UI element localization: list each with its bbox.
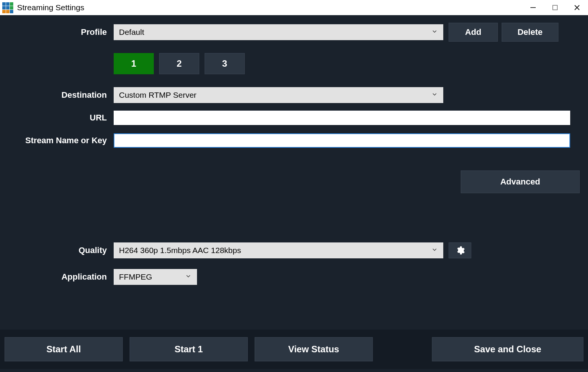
quality-select[interactable]: H264 360p 1.5mbps AAC 128kbps [114,242,443,258]
svg-rect-1 [553,5,557,10]
add-button-label: Add [465,27,482,37]
streamkey-input[interactable] [114,133,570,148]
quality-settings-button[interactable] [449,242,471,258]
maximize-icon [552,5,558,11]
application-select[interactable]: FFMPEG [114,269,197,285]
close-button[interactable] [566,0,588,15]
quality-selected-value: H264 360p 1.5mbps AAC 128kbps [119,246,241,255]
destination-select[interactable]: Custom RTMP Server [114,87,443,103]
start-1-label: Start 1 [175,344,203,355]
tab-3[interactable]: 3 [205,53,245,74]
streamkey-label: Stream Name or Key [4,136,114,145]
window-controls [522,0,588,15]
save-and-close-button[interactable]: Save and Close [432,337,583,361]
tab-2-label: 2 [177,58,181,69]
delete-button-label: Delete [518,27,543,37]
application-label: Application [4,272,114,282]
add-profile-button[interactable]: Add [449,23,498,42]
tab-1[interactable]: 1 [114,53,154,74]
url-row: URL [4,111,584,125]
window-title: Streaming Settings [17,3,522,12]
close-icon [574,4,580,11]
view-status-label: View Status [288,344,339,355]
start-1-button[interactable]: Start 1 [130,337,248,361]
destination-label: Destination [4,90,114,100]
advanced-row: Advanced [4,170,584,193]
view-status-button[interactable]: View Status [255,337,373,361]
profile-row: Profile Default Add Delete [4,23,584,42]
save-close-label: Save and Close [474,344,541,355]
gear-icon [455,245,465,255]
minimize-button[interactable] [522,0,544,15]
tab-1-label: 1 [131,58,136,69]
streamkey-row: Stream Name or Key [4,133,584,148]
url-label: URL [4,113,114,123]
titlebar: Streaming Settings [0,0,588,15]
delete-profile-button[interactable]: Delete [502,23,558,42]
advanced-button[interactable]: Advanced [461,170,580,193]
maximize-button[interactable] [544,0,566,15]
footer: Start All Start 1 View Status Save and C… [0,330,588,369]
profile-selected-value: Default [119,28,144,37]
destination-selected-value: Custom RTMP Server [119,91,197,100]
quality-row: Quality H264 360p 1.5mbps AAC 128kbps [4,242,584,258]
url-input[interactable] [114,111,570,125]
profile-select[interactable]: Default [114,24,443,40]
application-selected-value: FFMPEG [119,272,152,281]
chevron-down-icon [185,272,192,281]
profile-label: Profile [4,27,114,37]
stream-tabs: 1 2 3 [114,53,584,74]
advanced-button-label: Advanced [500,177,540,187]
chevron-down-icon [431,91,438,100]
destination-row: Destination Custom RTMP Server [4,87,584,103]
app-grid-icon [2,2,13,13]
start-all-label: Start All [46,344,81,355]
chevron-down-icon [431,246,438,255]
footer-spacer [380,337,425,361]
tab-2[interactable]: 2 [159,53,199,74]
start-all-button[interactable]: Start All [5,337,123,361]
quality-label: Quality [4,245,114,255]
content-area: Profile Default Add Delete 1 2 3 Destina… [0,15,588,285]
minimize-icon [530,4,536,11]
application-row: Application FFMPEG [4,269,584,285]
chevron-down-icon [431,28,438,37]
tab-3-label: 3 [222,58,227,69]
